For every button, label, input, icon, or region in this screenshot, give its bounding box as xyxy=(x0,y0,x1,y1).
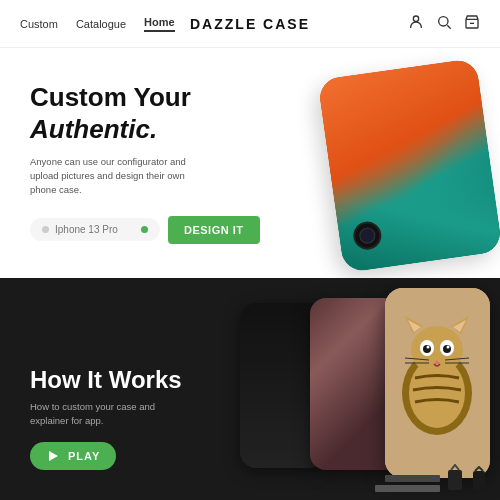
binder-clip-icon xyxy=(444,464,466,492)
search-icon[interactable] xyxy=(436,14,452,34)
hero-title-italic: Authentic. xyxy=(30,114,157,144)
how-section: How It Works How to custom your case and… xyxy=(0,278,500,500)
case-right-cat xyxy=(385,288,490,478)
hero-section: Custom Your Authentic. Anyone can use ou… xyxy=(0,48,500,278)
hero-content: Custom Your Authentic. Anyone can use ou… xyxy=(30,82,260,243)
play-icon xyxy=(46,449,60,463)
phone-screen xyxy=(317,58,500,273)
nav-custom[interactable]: Custom xyxy=(20,18,58,30)
svg-point-16 xyxy=(427,346,430,349)
svg-point-1 xyxy=(439,16,448,25)
svg-point-0 xyxy=(413,16,418,21)
svg-point-7 xyxy=(411,326,463,374)
svg-rect-24 xyxy=(473,471,485,489)
user-icon[interactable] xyxy=(408,14,424,34)
input-dot-right xyxy=(141,226,148,233)
how-description: How to custom your case and explainer fo… xyxy=(30,400,190,429)
phone-screen-inner xyxy=(317,58,500,273)
phone-model-input[interactable] xyxy=(55,224,135,235)
hero-title: Custom Your Authentic. xyxy=(30,82,260,144)
binder-clip-icon-2 xyxy=(470,466,488,492)
brand-logo: DAZZLE CASE xyxy=(190,16,310,32)
svg-rect-23 xyxy=(448,470,462,490)
svg-line-2 xyxy=(447,25,450,28)
cat-svg xyxy=(395,308,480,438)
cat-design xyxy=(385,288,490,478)
nav-icons xyxy=(408,14,480,34)
nav-home[interactable]: Home xyxy=(144,16,175,32)
play-label: PLAY xyxy=(68,450,100,462)
how-title: How It Works xyxy=(30,366,190,394)
input-dot-left xyxy=(42,226,49,233)
cart-icon[interactable] xyxy=(464,14,480,34)
nav-links: Custom Catalogue Home xyxy=(20,16,175,32)
nav-catalogue[interactable]: Catalogue xyxy=(76,18,126,30)
play-triangle xyxy=(49,451,58,461)
hero-input-row: DESIGN IT xyxy=(30,216,260,244)
how-content: How It Works How to custom your case and… xyxy=(30,366,190,471)
ruler-top xyxy=(385,475,440,482)
hero-input-wrap xyxy=(30,218,160,241)
play-button[interactable]: PLAY xyxy=(30,442,116,470)
hero-phone-image xyxy=(300,53,500,278)
design-button[interactable]: DESIGN IT xyxy=(168,216,260,244)
navbar: Custom Catalogue Home DAZZLE CASE xyxy=(0,0,500,48)
phone-case-hero xyxy=(317,58,500,273)
ruler-bottom xyxy=(375,485,440,492)
hero-title-line1: Custom Your xyxy=(30,82,191,112)
svg-point-17 xyxy=(447,346,450,349)
tools-overlay xyxy=(375,464,488,492)
hero-description: Anyone can use our configurator and uplo… xyxy=(30,155,210,198)
